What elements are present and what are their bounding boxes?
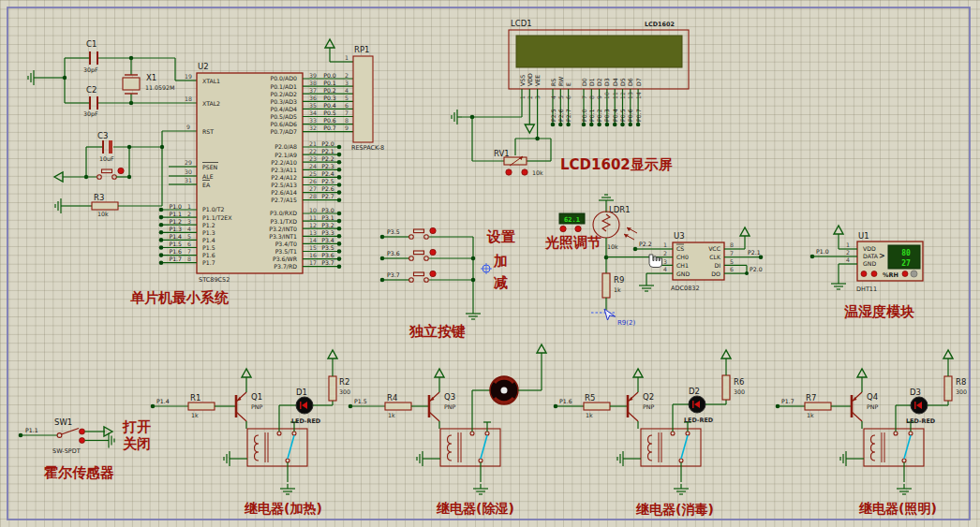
switch-throw-down[interactable]: [80, 438, 85, 444]
power-arrow: [943, 350, 953, 359]
r1-ref: R1: [190, 393, 200, 403]
net-label: P2.2: [321, 155, 334, 162]
respack-pin-number: 2: [345, 72, 349, 79]
r4-resistor[interactable]: [385, 403, 411, 410]
pin-number: 11: [309, 214, 317, 221]
respack-pin-number: 4: [345, 87, 349, 94]
motor[interactable]: [490, 376, 518, 404]
dht11-u1[interactable]: U1 DHT11 1 VDD 2 DATA 4 GND P1.0: [810, 226, 923, 293]
pin-number: 16: [309, 252, 317, 258]
lcd1602[interactable]: LCD1 LCD1602 VSS 1 VDD 2 VEE 3 RS 4: [452, 19, 689, 161]
pin-name: P2.4/A12: [271, 174, 297, 181]
ldr-decrease-button[interactable]: [560, 226, 566, 231]
pin-number: 23: [309, 155, 317, 162]
pin-name: GND: [863, 260, 876, 267]
relay-coil-heating[interactable]: [234, 422, 307, 482]
net-label: P2.6: [321, 185, 334, 192]
lcd-screen: [516, 36, 682, 67]
r3-resistor[interactable]: [92, 202, 118, 210]
rv1-body[interactable]: [504, 157, 527, 165]
pin-number: 7: [187, 248, 191, 255]
r9-resistor[interactable]: [602, 273, 610, 298]
net-label: P2.7: [565, 109, 572, 122]
net-label: P0.6: [627, 109, 633, 122]
r8-ref: R8: [956, 377, 966, 387]
r2-value: 300: [339, 388, 350, 395]
relay-coil-disinfect[interactable]: [628, 422, 701, 482]
cs-net-label: P2.2: [639, 241, 652, 247]
pin-name: P3.4/T0: [275, 241, 297, 247]
r6-ref: R6: [734, 377, 744, 387]
switch-throw-up[interactable]: [80, 429, 85, 434]
dht-button-2[interactable]: [871, 271, 877, 277]
pin-name: XTAL2: [202, 100, 220, 107]
rv1-decrease-button[interactable]: [506, 169, 512, 175]
pin-name: GND: [676, 271, 690, 277]
relay-coil-lighting[interactable]: [851, 422, 924, 482]
q3-transistor[interactable]: [429, 369, 444, 429]
pin-name: RST: [202, 128, 214, 135]
light-section: LDR1 10k 62.1 光照调节 R9 1k R9(2): [544, 195, 637, 327]
key-button-row[interactable]: P3.6: [380, 249, 473, 260]
q1-transistor[interactable]: [236, 369, 251, 429]
pin-number: 17: [309, 259, 317, 266]
x1-crystal[interactable]: [123, 58, 140, 103]
pin-name: P2.2/A10: [271, 159, 297, 166]
q2-transistor[interactable]: [628, 369, 643, 429]
pin-name: CLK: [709, 254, 721, 260]
pin-name: D7: [635, 78, 642, 86]
ground-symbol: [674, 484, 689, 494]
pin-number: 15: [309, 244, 317, 251]
ground-symbol: [28, 70, 38, 85]
hall-switch-section: P1.1 SW1 SW-SPDT 打开 关闭 霍尔传感器: [19, 417, 151, 481]
mcu-u2[interactable]: U2 STC89C52 19 XTAL1 18 XTAL2 9 RST 29 P…: [159, 62, 353, 284]
dht-button-1[interactable]: [861, 271, 867, 277]
relay-coil-dehumidify[interactable]: [427, 422, 500, 482]
pin-name: D3: [603, 78, 610, 86]
ground-symbol: [639, 281, 654, 291]
adc-ref: U3: [674, 231, 685, 241]
pin-number: 2: [663, 250, 667, 256]
mcu-ref: U2: [198, 62, 209, 71]
d2-ref: D2: [689, 387, 700, 396]
rp1-body[interactable]: [353, 56, 373, 142]
lcd-screen-label: LCD1602显示屏: [560, 156, 673, 173]
clk-net-label: P2.1: [748, 249, 761, 256]
d3-led[interactable]: [911, 397, 928, 414]
net-label: P3.3: [321, 229, 334, 236]
pin-number: 4: [187, 226, 191, 232]
pin-name: DATA: [863, 253, 879, 259]
d3-ref: D3: [910, 388, 921, 397]
r7-resistor[interactable]: [805, 403, 831, 410]
c2-capacitor[interactable]: [90, 96, 97, 110]
r5-resistor[interactable]: [584, 403, 610, 410]
pin-name: P0.1/AD1: [270, 83, 297, 90]
key-button-row[interactable]: P3.7: [380, 271, 473, 282]
q4-transistor[interactable]: [852, 369, 867, 429]
d1-led[interactable]: [296, 397, 313, 414]
contrast-pot-rv1[interactable]: RV1 10k: [494, 149, 543, 176]
x1-ref: X1: [146, 73, 156, 82]
pin-number: 19: [185, 73, 192, 80]
d2-led[interactable]: [689, 396, 705, 413]
spdt-switch[interactable]: [57, 429, 84, 444]
r8-resistor[interactable]: [944, 376, 952, 401]
pin-col: D7 14 P0.7: [635, 78, 642, 126]
c1-capacitor[interactable]: [90, 51, 97, 65]
pin-number: 1: [846, 242, 850, 248]
net-label: P2.3: [321, 163, 334, 169]
dht-button-3[interactable]: [902, 271, 908, 277]
independent-keys-label: 独立按键: [408, 323, 466, 340]
r6-resistor[interactable]: [722, 375, 730, 400]
ldr-increase-button[interactable]: [575, 226, 581, 231]
relay-heating-section: P1.4 R1 1k Q1 PNP D1 LED-RED R2 300 继电器(…: [151, 350, 350, 516]
rp1-part: RESPACK-8: [351, 144, 384, 152]
rv1-increase-button[interactable]: [522, 169, 527, 175]
r2-resistor[interactable]: [329, 376, 336, 401]
r1-resistor[interactable]: [188, 403, 215, 410]
net-label: P3.7: [387, 271, 400, 278]
net-label: P3.5: [387, 228, 400, 235]
dht-part: DHT11: [856, 285, 877, 293]
plus-label: 加: [493, 253, 508, 270]
key-button-row[interactable]: P3.5: [380, 227, 473, 239]
